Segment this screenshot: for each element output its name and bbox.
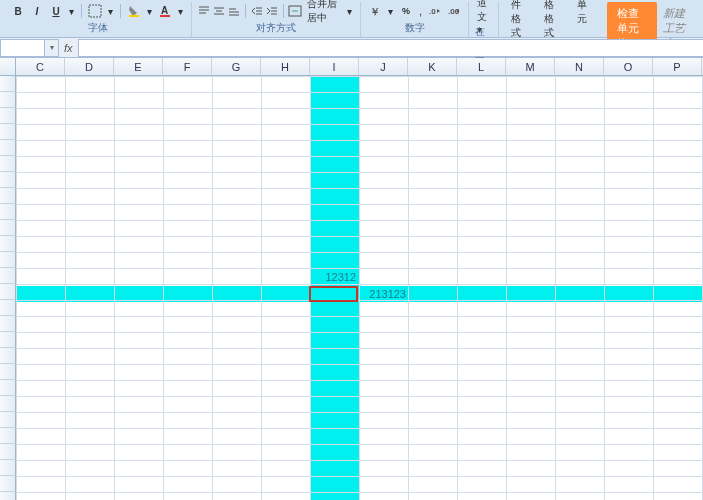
row-header[interactable]: [0, 476, 16, 492]
ribbon-group-styles: 条件格式 表格格式 单元: [499, 2, 607, 37]
row-header[interactable]: [0, 492, 16, 500]
spreadsheet-grid: C D E F G H I J K L M N O P 12312 213123: [0, 58, 703, 500]
row-header[interactable]: [0, 380, 16, 396]
border-button[interactable]: [87, 3, 103, 19]
fill-color-button[interactable]: [126, 3, 142, 19]
row-header[interactable]: [0, 220, 16, 236]
svg-rect-0: [89, 5, 101, 17]
svg-text:￥: ￥: [370, 6, 380, 17]
divider: [81, 4, 82, 18]
row-header[interactable]: [0, 124, 16, 140]
decrease-indent-button[interactable]: [251, 3, 263, 19]
font-color-button[interactable]: A: [157, 3, 173, 19]
ribbon: B I U ▾ ▾ ▾ A ▾ 字体: [0, 0, 703, 38]
row-header[interactable]: [0, 268, 16, 284]
column-headers: C D E F G H I J K L M N O P: [0, 58, 703, 76]
row-header[interactable]: [0, 348, 16, 364]
underline-button[interactable]: U: [48, 3, 64, 19]
italic-button[interactable]: I: [29, 3, 45, 19]
row-header[interactable]: [0, 252, 16, 268]
row-header[interactable]: [0, 284, 16, 300]
col-header[interactable]: J: [359, 58, 408, 75]
col-header[interactable]: K: [408, 58, 457, 75]
svg-text:.0: .0: [429, 7, 436, 16]
row-header[interactable]: [0, 300, 16, 316]
cell-value[interactable]: 213123: [360, 287, 409, 301]
currency-dropdown[interactable]: ▾: [386, 3, 395, 19]
col-header[interactable]: M: [506, 58, 555, 75]
col-header[interactable]: C: [16, 58, 65, 75]
col-header[interactable]: L: [457, 58, 506, 75]
row-header[interactable]: [0, 204, 16, 220]
row-header[interactable]: [0, 140, 16, 156]
formula-input[interactable]: [78, 39, 703, 57]
row-header[interactable]: [0, 444, 16, 460]
fill-color-icon: [127, 4, 141, 18]
row-header[interactable]: [0, 236, 16, 252]
grid-body[interactable]: 12312 213123: [0, 76, 703, 500]
divider: [120, 4, 121, 18]
fill-dropdown[interactable]: ▾: [145, 3, 154, 19]
border-dropdown[interactable]: ▾: [106, 3, 115, 19]
font-color-dropdown[interactable]: ▾: [176, 3, 185, 19]
table-format-button[interactable]: 表格格式: [538, 0, 568, 28]
row-header[interactable]: [0, 364, 16, 380]
col-header[interactable]: E: [114, 58, 163, 75]
conditional-format-button[interactable]: 条件格式: [505, 0, 535, 28]
underline-dropdown[interactable]: ▾: [67, 3, 76, 19]
fx-label[interactable]: fx: [59, 42, 78, 54]
col-header[interactable]: D: [65, 58, 114, 75]
col-header[interactable]: I: [310, 58, 359, 75]
row-header[interactable]: [0, 156, 16, 172]
row-header[interactable]: [0, 396, 16, 412]
svg-rect-3: [160, 15, 170, 17]
ribbon-group-font: B I U ▾ ▾ ▾ A ▾ 字体: [4, 2, 192, 37]
merge-dropdown[interactable]: ▾: [345, 3, 354, 19]
row-header[interactable]: [0, 412, 16, 428]
align-bottom-button[interactable]: [228, 3, 240, 19]
cell-format-button[interactable]: 单元: [571, 0, 601, 28]
col-header[interactable]: H: [261, 58, 310, 75]
font-color-icon: A: [158, 4, 172, 18]
col-header[interactable]: P: [653, 58, 702, 75]
comma-button[interactable]: ,: [417, 3, 424, 19]
row-header[interactable]: [0, 428, 16, 444]
col-header[interactable]: O: [604, 58, 653, 75]
percent-button[interactable]: %: [398, 3, 414, 19]
ribbon-group-number: ￥ ▾ % , .0 .00 数字: [361, 2, 469, 37]
increase-indent-button[interactable]: [266, 3, 278, 19]
col-header[interactable]: G: [212, 58, 261, 75]
col-header[interactable]: N: [555, 58, 604, 75]
merge-icon: [288, 5, 302, 17]
name-box[interactable]: [0, 39, 45, 57]
align-top-button[interactable]: [198, 3, 210, 19]
row-header[interactable]: [0, 316, 16, 332]
row-header[interactable]: [0, 188, 16, 204]
row-header[interactable]: [0, 76, 16, 92]
row-header[interactable]: [0, 172, 16, 188]
currency-button[interactable]: ￥: [367, 3, 383, 19]
row-header[interactable]: [0, 332, 16, 348]
increase-decimal-button[interactable]: .0: [427, 3, 443, 19]
cells-area[interactable]: 12312 213123: [16, 76, 703, 500]
svg-text:A: A: [161, 5, 168, 16]
decrease-decimal-button[interactable]: .00: [446, 3, 462, 19]
row-header[interactable]: [0, 92, 16, 108]
ribbon-group-label: 数字: [405, 21, 425, 35]
row-header[interactable]: [0, 460, 16, 476]
ribbon-group-edit: 道文▾ 在线文: [469, 2, 498, 37]
border-icon: [88, 4, 102, 18]
ribbon-group-label: 对齐方式: [256, 21, 296, 35]
cell-value[interactable]: 12312: [310, 270, 359, 284]
bold-button[interactable]: B: [10, 3, 26, 19]
col-header[interactable]: F: [163, 58, 212, 75]
merge-label[interactable]: 合并后居中: [305, 0, 342, 25]
merge-cells-button[interactable]: [288, 3, 302, 19]
align-middle-button[interactable]: [213, 3, 225, 19]
divider: [283, 4, 284, 18]
row-header[interactable]: [0, 108, 16, 124]
select-all-corner[interactable]: [0, 58, 16, 75]
svg-rect-1: [129, 15, 139, 17]
name-box-dropdown[interactable]: ▾: [45, 39, 59, 57]
ribbon-group-align: 合并后居中 ▾ 对齐方式: [192, 2, 361, 37]
